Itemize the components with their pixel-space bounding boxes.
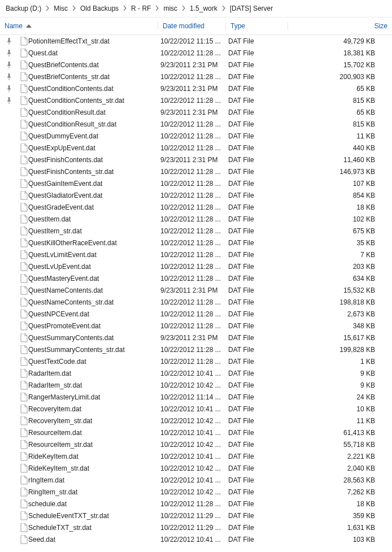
- file-name[interactable]: ScheduleTXT_str.dat: [26, 524, 160, 532]
- file-row[interactable]: RecoveryItem.dat10/22/2012 10:41 ...DAT …: [0, 403, 392, 415]
- breadcrumb-segment[interactable]: 1.5_work: [189, 3, 219, 14]
- breadcrumb-segment[interactable]: Misc: [53, 3, 69, 14]
- file-row[interactable]: QuestConditionResult.dat9/23/2011 2:31 P…: [0, 106, 392, 118]
- file-row[interactable]: QuestPromoteEvent.dat10/22/2012 11:28 ..…: [0, 320, 392, 332]
- file-name[interactable]: QuestNameContents_str.dat: [26, 298, 160, 306]
- file-name[interactable]: QuestGradeEvent.dat: [26, 203, 160, 211]
- file-row[interactable]: QuestFinishContents.dat9/23/2011 2:31 PM…: [0, 154, 392, 166]
- file-name[interactable]: QuestFinishContents_str.dat: [26, 168, 160, 176]
- pin-icon[interactable]: [3, 97, 15, 104]
- file-name[interactable]: Seed.dat: [26, 536, 160, 544]
- file-row[interactable]: QuestSummaryContents.dat9/23/2011 2:31 P…: [0, 332, 392, 344]
- file-row[interactable]: RideKeyItem.dat10/22/2012 10:41 ...DAT F…: [0, 450, 392, 462]
- column-header-size[interactable]: Size: [288, 21, 392, 31]
- file-row[interactable]: ResourceItem.dat10/22/2012 10:41 ...DAT …: [0, 427, 392, 438]
- file-row[interactable]: QuestKillOtherRaceEvent.dat10/22/2012 11…: [0, 237, 392, 249]
- file-name[interactable]: QuestBriefContents_str.dat: [26, 73, 160, 81]
- column-header-type[interactable]: Type: [226, 21, 288, 31]
- file-row[interactable]: QuestNameContents_str.dat10/22/2012 11:2…: [0, 296, 392, 308]
- file-row[interactable]: schedule.dat10/22/2012 11:28 ...DAT File…: [0, 498, 392, 510]
- file-row[interactable]: RadarItem_str.dat10/22/2012 10:42 ...DAT…: [0, 379, 392, 391]
- file-name[interactable]: QuestSummaryContents.dat: [26, 334, 160, 342]
- file-row[interactable]: QuestConditionContents.dat9/23/2011 2:31…: [0, 82, 392, 94]
- pin-icon[interactable]: [3, 85, 15, 92]
- file-name[interactable]: QuestConditionContents.dat: [26, 85, 160, 93]
- file-row[interactable]: QuestDummyEvent.dat10/22/2012 11:28 ...D…: [0, 130, 392, 142]
- file-name[interactable]: RangerMasteryLimit.dat: [26, 393, 160, 401]
- pin-icon[interactable]: [3, 73, 15, 80]
- file-row[interactable]: QuestGainItemEvent.dat10/22/2012 11:28 .…: [0, 177, 392, 189]
- file-row[interactable]: QuestLvUpEvent.dat10/22/2012 11:28 ...DA…: [0, 260, 392, 272]
- file-name[interactable]: QuestTextCode.dat: [26, 358, 160, 366]
- file-name[interactable]: ResourceItem_str.dat: [26, 441, 160, 449]
- file-row[interactable]: QuestGradeEvent.dat10/22/2012 11:28 ...D…: [0, 201, 392, 213]
- breadcrumb-segment[interactable]: Old Backups: [79, 3, 120, 14]
- file-name[interactable]: RideKeyItem_str.dat: [26, 464, 160, 472]
- file-name[interactable]: QuestDummyEvent.dat: [26, 132, 160, 140]
- file-list[interactable]: PotionItemEffectTxt_str.dat10/22/2012 11…: [0, 35, 392, 551]
- file-row[interactable]: Quest.dat10/22/2012 11:28 ...DAT File18,…: [0, 47, 392, 59]
- file-name[interactable]: rIngItem.dat: [26, 476, 160, 484]
- file-row[interactable]: QuestBriefContents_str.dat10/22/2012 11:…: [0, 71, 392, 82]
- breadcrumb-segment[interactable]: R - RF: [130, 3, 152, 14]
- file-row[interactable]: QuestMasteryEvent.dat10/22/2012 11:28 ..…: [0, 272, 392, 284]
- file-name[interactable]: QuestKillOtherRaceEvent.dat: [26, 239, 160, 247]
- file-row[interactable]: ScheduleEventTXT_str.dat10/22/2012 11:29…: [0, 510, 392, 521]
- file-row[interactable]: QuestExpUpEvent.dat10/22/2012 11:28 ...D…: [0, 142, 392, 154]
- file-name[interactable]: QuestItem.dat: [26, 215, 160, 223]
- file-row[interactable]: Seed.dat10/22/2012 10:41 ...DAT File103 …: [0, 533, 392, 545]
- file-row[interactable]: PotionItemEffectTxt_str.dat10/22/2012 11…: [0, 35, 392, 47]
- file-row[interactable]: QuestConditionResult_str.dat10/22/2012 1…: [0, 118, 392, 130]
- file-row[interactable]: RecoveryItem_str.dat10/22/2012 10:42 ...…: [0, 415, 392, 427]
- file-row[interactable]: QuestLvLimitEvent.dat10/22/2012 11:28 ..…: [0, 249, 392, 260]
- file-row[interactable]: QuestFinishContents_str.dat10/22/2012 11…: [0, 166, 392, 177]
- file-name[interactable]: PotionItemEffectTxt_str.dat: [26, 37, 160, 45]
- file-name[interactable]: Quest.dat: [26, 49, 160, 57]
- file-row[interactable]: rIngItem.dat10/22/2012 10:41 ...DAT File…: [0, 474, 392, 486]
- file-name[interactable]: RingItem_str.dat: [26, 488, 160, 496]
- file-name[interactable]: QuestItem_str.dat: [26, 227, 160, 235]
- file-name[interactable]: QuestConditionResult.dat: [26, 108, 160, 116]
- breadcrumb[interactable]: Backup (D:)MiscOld BackupsR - RFmisc1.5_…: [0, 0, 392, 18]
- file-row[interactable]: QuestItem.dat10/22/2012 11:28 ...DAT Fil…: [0, 213, 392, 225]
- breadcrumb-segment[interactable]: misc: [162, 3, 178, 14]
- file-name[interactable]: RecoveryItem.dat: [26, 405, 160, 413]
- file-name[interactable]: QuestBriefContents.dat: [26, 61, 160, 69]
- file-row[interactable]: RideKeyItem_str.dat10/22/2012 10:42 ...D…: [0, 462, 392, 474]
- file-name[interactable]: QuestPromoteEvent.dat: [26, 322, 160, 330]
- file-name[interactable]: RecoveryItem_str.dat: [26, 417, 160, 425]
- file-name[interactable]: QuestGladiatorEvent.dat: [26, 192, 160, 199]
- pin-icon[interactable]: [3, 38, 15, 45]
- file-name[interactable]: RadarItem_str.dat: [26, 381, 160, 389]
- file-name[interactable]: QuestFinishContents.dat: [26, 156, 160, 164]
- file-name[interactable]: QuestGainItemEvent.dat: [26, 180, 160, 188]
- pin-icon[interactable]: [3, 62, 15, 68]
- file-row[interactable]: RingItem_str.dat10/22/2012 10:42 ...DAT …: [0, 486, 392, 498]
- file-name[interactable]: ResourceItem.dat: [26, 429, 160, 437]
- file-name[interactable]: QuestConditionResult_str.dat: [26, 120, 160, 128]
- file-name[interactable]: QuestNPCEvent.dat: [26, 310, 160, 318]
- file-name[interactable]: QuestLvUpEvent.dat: [26, 263, 160, 271]
- file-name[interactable]: QuestLvLimitEvent.dat: [26, 251, 160, 259]
- file-name[interactable]: RideKeyItem.dat: [26, 453, 160, 460]
- file-row[interactable]: QuestNPCEvent.dat10/22/2012 11:28 ...DAT…: [0, 308, 392, 320]
- column-header-date[interactable]: Date modified: [158, 21, 226, 31]
- column-header-name[interactable]: Name: [0, 21, 158, 31]
- file-row[interactable]: QuestGladiatorEvent.dat10/22/2012 11:28 …: [0, 189, 392, 201]
- file-row[interactable]: QuestNameContents.dat9/23/2011 2:31 PMDA…: [0, 284, 392, 296]
- file-name[interactable]: QuestSummaryContents_str.dat: [26, 346, 160, 354]
- file-name[interactable]: ScheduleEventTXT_str.dat: [26, 512, 160, 520]
- breadcrumb-segment[interactable]: [DATS] Server: [229, 3, 274, 14]
- file-row[interactable]: QuestItem_str.dat10/22/2012 11:28 ...DAT…: [0, 225, 392, 237]
- file-name[interactable]: schedule.dat: [26, 500, 160, 508]
- file-name[interactable]: QuestConditionContents_str.dat: [26, 97, 160, 105]
- pin-icon[interactable]: [3, 50, 15, 56]
- file-row[interactable]: ScheduleTXT_str.dat10/22/2012 11:29 ...D…: [0, 521, 392, 533]
- file-row[interactable]: QuestSummaryContents_str.dat10/22/2012 1…: [0, 344, 392, 355]
- file-row[interactable]: RangerMasteryLimit.dat10/22/2012 11:14 .…: [0, 391, 392, 403]
- file-row[interactable]: QuestTextCode.dat10/22/2012 11:28 ...DAT…: [0, 355, 392, 367]
- file-name[interactable]: QuestMasteryEvent.dat: [26, 275, 160, 282]
- file-name[interactable]: QuestExpUpEvent.dat: [26, 144, 160, 152]
- file-row[interactable]: ResourceItem_str.dat10/22/2012 10:42 ...…: [0, 438, 392, 450]
- file-row[interactable]: QuestConditionContents_str.dat10/22/2012…: [0, 94, 392, 106]
